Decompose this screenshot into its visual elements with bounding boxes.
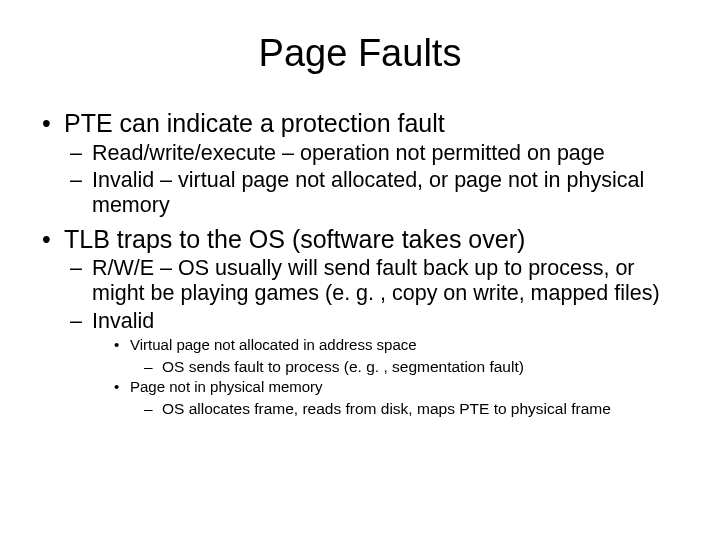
- bullet-l4: OS allocates frame, reads from disk, map…: [36, 399, 684, 418]
- slide: Page Faults PTE can indicate a protectio…: [0, 32, 720, 540]
- bullet-l3: Page not in physical memory: [36, 378, 684, 397]
- bullet-l2: Invalid: [36, 309, 684, 334]
- bullet-l3: Virtual page not allocated in address sp…: [36, 336, 684, 355]
- bullet-l2: R/W/E – OS usually will send fault back …: [36, 256, 684, 307]
- bullet-l1: TLB traps to the OS (software takes over…: [36, 225, 684, 255]
- bullet-list: PTE can indicate a protection fault Read…: [36, 109, 684, 418]
- bullet-l2: Invalid – virtual page not allocated, or…: [36, 168, 684, 219]
- bullet-l2: Read/write/execute – operation not permi…: [36, 141, 684, 166]
- bullet-l1: PTE can indicate a protection fault: [36, 109, 684, 139]
- slide-title: Page Faults: [0, 32, 720, 75]
- slide-content: PTE can indicate a protection fault Read…: [0, 109, 720, 418]
- bullet-l4: OS sends fault to process (e. g. , segme…: [36, 357, 684, 376]
